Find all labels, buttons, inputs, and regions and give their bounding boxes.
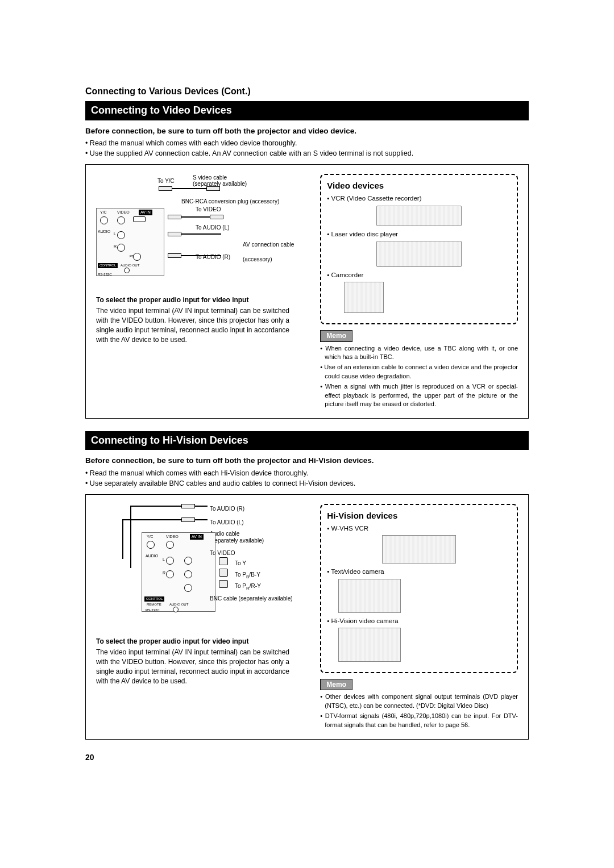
- hivision-devices-box: Hi-Vision devices W-VHS VCR Text/video c…: [320, 504, 518, 673]
- panel-label: REMOTE: [147, 602, 161, 607]
- plug-icon: [181, 518, 195, 522]
- select-body: The video input terminal (AV IN input te…: [96, 648, 289, 685]
- label-to-audio-r: To AUDIO (R): [210, 505, 244, 513]
- cable-icon: [181, 216, 210, 218]
- section-video-bullets: Read the manual which comes with each vi…: [85, 139, 529, 158]
- jack-icon: [184, 570, 192, 578]
- label-to-pb: To PB/B-Y: [235, 571, 260, 580]
- jack-icon: [184, 584, 192, 592]
- jack-icon: [173, 607, 179, 612]
- jack-icon: [184, 557, 192, 565]
- jack-icon: [117, 231, 125, 239]
- jack-icon: [133, 216, 146, 222]
- section-hivision-warning: Before connection, be sure to turn off b…: [85, 456, 529, 466]
- cable-icon: [130, 506, 131, 568]
- bullet-item: Read the manual which comes with each Hi…: [85, 469, 529, 479]
- cable-icon: [181, 233, 221, 235]
- projector-panel: Y/C VIDEO AV IN AUDIO L R CONTROL REMOTE…: [142, 532, 215, 612]
- panel-label: VIDEO: [166, 534, 179, 540]
- hivision-cam-illustration: [338, 628, 401, 662]
- page-subtitle: Connecting to Various Devices (Cont.): [85, 85, 529, 98]
- select-audio-block: To select the proper audio input for vid…: [96, 295, 289, 344]
- panel-label: AUDIO OUT: [169, 602, 188, 607]
- video-devices-box: Video devices VCR (Video Cassette record…: [320, 174, 518, 324]
- plug-icon: [206, 186, 220, 191]
- label-to-y: To Y: [235, 560, 246, 567]
- memo-item: When a signal with much jitter is reprod…: [320, 382, 518, 408]
- cable-icon: [172, 188, 206, 189]
- plug-icon: [159, 186, 172, 191]
- hivision-connection-diagram: To AUDIO (R) To AUDIO (L) Audio cable (s…: [96, 504, 314, 629]
- panel-label: CONTROL: [144, 596, 164, 601]
- bnc-plug-icon: [219, 569, 228, 577]
- panel-label: AV IN: [139, 210, 152, 215]
- bullet-item: Use separately available BNC cables and …: [85, 479, 529, 489]
- panel-label: AUDIO: [98, 229, 110, 235]
- panel-label: AUDIO: [146, 553, 158, 559]
- label-to-audio-l: To AUDIO (L): [210, 519, 243, 527]
- section-video-warning: Before connection, be sure to turn off b…: [85, 126, 529, 137]
- memo-item: Other devices with component signal outp…: [320, 692, 518, 710]
- label-audio-cable-sub: (separately available): [210, 537, 264, 545]
- panel-label: RS-232C: [146, 608, 160, 612]
- wvhs-illustration: [382, 535, 456, 564]
- label-to-yc: To Y/C: [157, 177, 175, 185]
- camcorder-illustration: [344, 282, 384, 313]
- panel-label: AV IN: [190, 534, 204, 540]
- label-to-pr: To PR/R-Y: [235, 582, 261, 591]
- jack-icon: [117, 216, 125, 224]
- device-item: VCR (Video Cassette recorder): [327, 194, 511, 203]
- jack-icon: [133, 253, 141, 261]
- cable-icon: [181, 255, 221, 256]
- memo-label: Memo: [320, 679, 352, 691]
- label-bnc-cable: BNC cable (separately available): [210, 595, 293, 603]
- panel-label: CONTROL: [98, 263, 118, 268]
- select-title: To select the proper audio input for vid…: [96, 295, 289, 305]
- device-item: Hi-Vision video camera: [327, 616, 511, 625]
- bnc-plug-icon: [219, 580, 228, 588]
- laserdisc-illustration: [376, 241, 462, 267]
- select-audio-block: To select the proper audio input for vid…: [96, 637, 289, 686]
- bnc-plug-icon: [219, 557, 228, 565]
- jack-icon: [124, 268, 130, 273]
- section-video-heading: Connecting to Video Devices: [85, 101, 529, 120]
- label-bnc-rca: BNC-RCA conversion plug (accessory): [181, 198, 279, 206]
- panel-label: Y/C: [100, 210, 107, 215]
- memo-item: Use of an extension cable to connect a v…: [320, 363, 518, 381]
- panel-label: R: [114, 244, 117, 249]
- jack-icon: [166, 570, 174, 578]
- page-number: 20: [85, 752, 529, 763]
- textvideo-illustration: [338, 579, 401, 613]
- panel-label: RS-232C: [98, 272, 112, 277]
- memo-item: DTV-format signals (480i, 480p,720p,1080…: [320, 712, 518, 729]
- select-body: The video input terminal (AV IN input te…: [96, 307, 289, 343]
- vcr-illustration: [376, 206, 462, 226]
- plug-icon: [181, 504, 195, 508]
- panel-label: VIDEO: [117, 210, 130, 215]
- cable-icon: [195, 506, 208, 507]
- jack-icon: [147, 541, 155, 549]
- hivision-diagram-frame: To AUDIO (R) To AUDIO (L) Audio cable (s…: [85, 494, 529, 740]
- label-to-video: To VIDEO: [210, 549, 235, 557]
- plug-icon: [168, 253, 181, 258]
- memo-label: Memo: [320, 330, 352, 342]
- video-connection-diagram: To Y/C S video cable (separately availab…: [96, 174, 314, 287]
- panel-label: Y/C: [147, 534, 154, 540]
- plug-icon: [168, 215, 181, 219]
- jack-icon: [166, 541, 174, 549]
- cable-icon: [195, 519, 208, 520]
- panel-label: AUDIO OUT: [121, 263, 139, 268]
- projector-panel: Y/C VIDEO AV IN AUDIO L R PB/B-Y CONTROL…: [96, 208, 164, 276]
- hivision-devices-title: Hi-Vision devices: [327, 510, 511, 521]
- jack-icon: [166, 557, 174, 565]
- select-title: To select the proper audio input for vid…: [96, 637, 289, 646]
- jack-icon: [117, 244, 125, 252]
- label-to-audio-l: To AUDIO (L): [196, 224, 229, 232]
- panel-label: R: [163, 570, 165, 576]
- bullet-item: Use the supplied AV connection cable. An…: [85, 149, 529, 159]
- cable-icon: [130, 506, 181, 507]
- device-item: W-VHS VCR: [327, 524, 511, 533]
- memo-list: Other devices with component signal outp…: [320, 692, 518, 729]
- video-devices-title: Video devices: [327, 180, 511, 191]
- section-hivision-bullets: Read the manual which comes with each Hi…: [85, 469, 529, 489]
